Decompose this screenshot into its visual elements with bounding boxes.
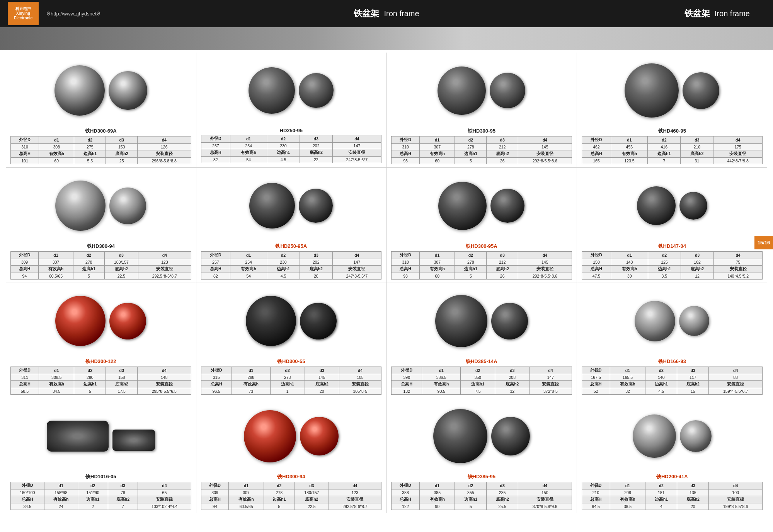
speaker-img-large-8 (637, 186, 676, 225)
speaker-img-small-15 (491, 417, 530, 455)
product-tiHD385-95: 铁HD385-95 外径Dd1d2d3d4 388385355235150 总高… (386, 398, 577, 513)
speaker-img-large-16 (633, 414, 676, 458)
speaker-img-large-12 (635, 301, 675, 341)
speaker-img-large-3 (438, 66, 486, 115)
speaker-img-small-16 (680, 420, 712, 452)
product-tiHD300-95A: 铁HD300-95A 外径Dd1d2d3d4 310307278212145 总… (386, 168, 577, 283)
speaker-img-small-4 (683, 72, 719, 109)
website-text: ※http://www.zjhydsnet※ (46, 11, 101, 17)
sub-header-image (0, 27, 773, 50)
speaker-img-small-7 (490, 189, 524, 223)
product-images-12 (635, 286, 709, 356)
speaker-img-small-1 (109, 71, 147, 110)
product-name-1: 铁HD300-69A (85, 128, 117, 135)
speaker-img-large-5 (55, 181, 106, 231)
product-name-16: 铁HD200-41A (656, 473, 688, 480)
speaker-img-large-15 (433, 409, 487, 463)
product-images-15 (433, 401, 530, 471)
product-name-6: 铁HD250-95A (275, 243, 307, 250)
spec-table-7: 外径Dd1d2d3d4 310307278212145 总高H有效高h边高h1底… (391, 251, 572, 280)
speaker-img-small-8 (679, 192, 707, 220)
product-name-9: 铁HD300-122 (85, 358, 116, 365)
spec-table-3: 外径Dd1d2d3d4 310307278212145 总高H有效高h边高h1底… (391, 136, 572, 164)
product-images-6 (249, 171, 333, 240)
logo: 科豆电声XinyingElectronic (8, 2, 39, 25)
product-images-14 (244, 401, 339, 471)
product-tiHD200-41A: 铁HD200-41A 外径Dd1d2d3d4 210208181135100 总… (577, 398, 768, 513)
page-badge: 15/16 (754, 236, 773, 249)
product-images-8 (637, 171, 707, 240)
product-name-4: 铁HD460-95 (658, 128, 686, 135)
spec-table-11: 外径Dd1d2d3d4 390386.5350208147 总高H有效高h边高h… (391, 367, 572, 395)
spec-table-15: 外径Dd1d2d3d4 388385355235150 总高H有效高h边高h1底… (391, 482, 572, 510)
spec-table-4: 外径Dd1d2d3d4 462456416210175 总高H有效高h边高h1底… (582, 136, 763, 164)
product-tiHD300-94B: 铁HD300-94 外径Dd1d2d3d4 309307278180/15712… (196, 398, 387, 513)
speaker-img-small-5 (109, 188, 146, 224)
product-name-15: 铁HD385-95 (468, 473, 495, 480)
product-name-3: 铁HD300-95 (468, 128, 495, 135)
speaker-img-large-9 (55, 296, 106, 346)
speaker-img-large-11 (435, 295, 487, 347)
spec-table-6: 外径Dd1d2d3d4 257254230202147 总高H有效高h边高h1底… (201, 251, 382, 280)
product-tiHD300-122: 铁HD300-122 外径Dd1d2d3d4 311308.5280158148… (6, 283, 196, 398)
speaker-img-large-10 (246, 296, 296, 346)
speaker-img-small-11 (491, 303, 528, 339)
header-title-right: 铁盆架 Iron frame (684, 8, 750, 19)
title-en-center: Iron frame (384, 9, 419, 18)
speaker-img-flat-13 (47, 421, 109, 452)
product-tiHD1016-05: 铁HD1016-05 外径Dd1d2d3d4 160*100158*98151*… (6, 398, 196, 513)
speaker-img-small-2 (299, 73, 334, 108)
speaker-img-small-10 (300, 303, 337, 339)
title-zh-right: 铁盆架 (684, 8, 710, 19)
product-images-11 (435, 286, 528, 356)
spec-table-14: 外径Dd1d2d3d4 309307278180/157123 总高H有效高h边… (201, 482, 382, 510)
product-images-16 (633, 401, 712, 471)
spec-table-2: 外径Dd1d2d3d4 257254230202147 总高H有效高h边高h1底… (201, 135, 382, 163)
spec-table-12: 外径Dd1d2d3d4 167.5165.514011788 总高H有效高h边高… (582, 367, 763, 395)
product-tiHD147-04: 铁HD147-04 外径Dd1d2d3d4 15014812510275 总高H… (577, 168, 768, 283)
product-images-5 (55, 171, 146, 240)
speaker-img-small-12 (679, 306, 709, 336)
product-tiHD385-14A: 铁HD385-14A 外径Dd1d2d3d4 390386.5350208147… (386, 283, 577, 398)
product-name-14: 铁HD300-94 (277, 473, 305, 480)
product-name-10: 铁HD300-55 (277, 358, 305, 365)
product-images-1 (54, 56, 147, 125)
product-tiHD166-93: 铁HD166-93 外径Dd1d2d3d4 167.5165.514011788… (577, 283, 768, 398)
product-name-2: HD250-95 (280, 128, 303, 133)
product-tiHD300-94: 铁HD300-94 外径Dd1d2d3d4 309307278180/15712… (6, 168, 196, 283)
speaker-img-large-6 (249, 183, 295, 228)
product-images-4 (625, 56, 719, 125)
product-tiHD460-95: 铁HD460-95 外径Dd1d2d3d4 462456416210175 总高… (577, 53, 768, 168)
spec-table-8: 外径Dd1d2d3d4 15014812510275 总高H有效高h边高h1底高… (582, 251, 763, 280)
title-en-right: Iron frame (715, 9, 750, 18)
product-images-9 (55, 286, 146, 356)
title-zh-center: 铁盆架 (354, 8, 379, 19)
speaker-img-large-2 (249, 67, 295, 114)
speaker-img-large-4 (625, 63, 679, 118)
product-images-3 (438, 56, 525, 125)
product-images-10 (246, 286, 337, 356)
speaker-img-large-7 (438, 182, 487, 230)
product-name-8: 铁HD147-04 (658, 243, 686, 250)
speaker-img-flat-small-13 (112, 430, 155, 451)
product-tiHD250-95A: 铁HD250-95A 外径Dd1d2d3d4 257254230202147 总… (196, 168, 387, 283)
product-images-13 (47, 401, 155, 471)
header-title-center: 铁盆架 Iron frame (354, 8, 419, 19)
speaker-img-small-6 (299, 189, 333, 223)
spec-table-9: 外径Dd1d2d3d4 311308.5280158148 总高H有效高h边高h… (10, 367, 191, 395)
speaker-img-small-14 (300, 417, 339, 455)
spec-table-13: 外径Dd1d2d3d4 160*100158*98151*907865 总高H有… (10, 482, 191, 510)
speaker-img-small-3 (490, 73, 525, 108)
product-images-2 (249, 56, 334, 125)
header: 科豆电声XinyingElectronic ※http://www.zjhyds… (0, 0, 773, 27)
product-HD250-95: HD250-95 外径Dd1d2d3d4 257254230202147 总高H… (196, 53, 387, 168)
product-name-11: 铁HD385-14A (466, 358, 497, 365)
speaker-img-large-1 (54, 65, 105, 116)
spec-table-10: 外径Dd1d2d3d4 315288273145105 总高H有效高h边高h1底… (201, 367, 382, 395)
spec-table-16: 外径Dd1d2d3d4 210208181135100 总高H有效高h边高h1底… (582, 482, 763, 510)
product-name-5: 铁HD300-94 (87, 243, 115, 250)
product-tiHD300-55: 铁HD300-55 外径Dd1d2d3d4 315288273145105 总高… (196, 283, 387, 398)
product-name-7: 铁HD300-95A (466, 243, 497, 250)
spec-table-1: 外径Dd1d2d3d4 310308275150126 总高H有效高h边高h1底… (10, 136, 191, 164)
speaker-img-small-9 (109, 303, 146, 339)
